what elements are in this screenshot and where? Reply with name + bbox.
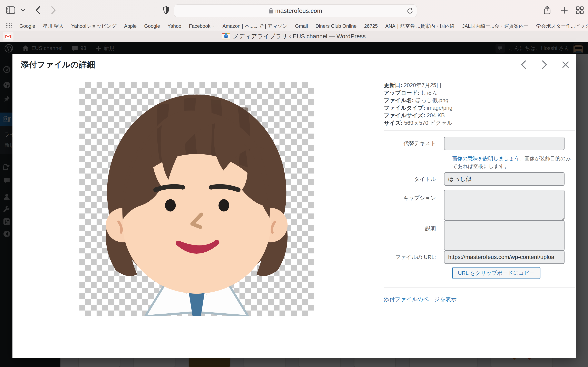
- address-bar[interactable]: masterofeus.com: [174, 4, 417, 17]
- bookmark-item[interactable]: Google: [144, 23, 160, 29]
- attachment-info-panel: 更新日: 2020年7月25日 アップロード: しゅん ファイル名: ほっし似.…: [384, 75, 576, 358]
- cartoon-face-illustration: [79, 82, 314, 316]
- close-modal-button[interactable]: [555, 54, 576, 75]
- browser-chrome: masterofeus.com Google 星川 聖人 Yahoo!ショッピン…: [0, 0, 588, 42]
- svg-text:EUS: EUS: [225, 35, 228, 36]
- browser-toolbar: masterofeus.com: [0, 0, 588, 21]
- active-tab[interactable]: EUS メディアライブラリ ‹ EUS channel — WordPress: [222, 33, 366, 41]
- bookmark-item[interactable]: Gmail: [295, 23, 308, 29]
- lock-icon: [269, 8, 273, 14]
- description-label: 説明: [384, 220, 444, 251]
- bookmark-item[interactable]: 26725: [364, 23, 378, 29]
- bookmarks-bar: Google 星川 聖人 Yahoo!ショッピング Apple Google Y…: [0, 21, 588, 31]
- description-row: 説明: [384, 220, 564, 251]
- meta-filename: ファイル名: ほっし似.png: [384, 97, 452, 104]
- title-label: タイトル: [384, 172, 444, 186]
- gmail-icon: [5, 34, 11, 39]
- meta-dimensions: サイズ: 569 x 570 ピクセル: [384, 119, 452, 127]
- modal-title: 添付ファイルの詳細: [21, 54, 95, 75]
- divider: [384, 131, 575, 131]
- file-url-input[interactable]: [444, 250, 564, 264]
- meta-filetype: ファイルタイプ: image/png: [384, 104, 452, 112]
- bookmark-item[interactable]: 星川 聖人: [43, 23, 64, 29]
- alt-text-help: 画像の意味を説明しましょう。画像が装飾目的のみであれば空欄にします。: [452, 155, 575, 170]
- bookmark-folder-facebook[interactable]: Facebook⌄: [189, 23, 215, 29]
- bookmark-item[interactable]: Yahoo!ショッピング: [71, 23, 117, 29]
- tab-title: メディアライブラリ ‹ EUS channel — WordPress: [233, 33, 366, 41]
- alt-text-row: 代替テキスト: [384, 137, 564, 150]
- bookmark-item[interactable]: Diners Club Online: [315, 23, 356, 29]
- bookmark-item[interactable]: Google: [19, 23, 35, 29]
- caption-textarea[interactable]: [444, 190, 564, 220]
- bookmark-item[interactable]: Apple: [124, 23, 137, 29]
- view-attachment-page-link[interactable]: 添付ファイルのページを表示: [384, 296, 457, 303]
- caption-label: キャプション: [384, 190, 444, 220]
- meta-filesize: ファイルサイズ: 204 KB: [384, 112, 452, 119]
- url-text: masterofeus.com: [275, 7, 322, 14]
- caption-row: キャプション: [384, 190, 564, 220]
- privacy-shield-icon[interactable]: [160, 4, 172, 16]
- description-textarea[interactable]: [444, 220, 564, 251]
- next-attachment-button[interactable]: [534, 54, 555, 75]
- site-favicon: EUS: [222, 33, 230, 40]
- alt-text-label: 代替テキスト: [384, 137, 444, 150]
- reload-icon[interactable]: [407, 8, 413, 16]
- bookmark-item[interactable]: 学会ポスター作...ビッグネット: [536, 23, 588, 29]
- file-url-label: ファイルの URL:: [384, 250, 444, 264]
- title-input[interactable]: [444, 172, 564, 186]
- file-url-row: ファイルの URL:: [384, 250, 564, 264]
- meta-uploaded-by: アップロード: しゅん: [384, 89, 452, 97]
- bookmark-item[interactable]: ANA｜航空券 ...賃案内・国内線: [385, 23, 455, 29]
- new-tab-icon[interactable]: [559, 4, 570, 16]
- alt-help-link[interactable]: 画像の意味を説明しましょう: [452, 156, 519, 161]
- share-icon[interactable]: [541, 4, 553, 16]
- bookmark-item[interactable]: JAL国内線ー...会・運賃案内ー: [462, 23, 528, 29]
- sidebar-toggle-icon[interactable]: [5, 4, 16, 16]
- pinned-tab-gmail[interactable]: [3, 32, 13, 41]
- sidebar-chevron-icon[interactable]: [17, 4, 29, 16]
- meta-updated: 更新日: 2020年7月25日: [384, 82, 452, 89]
- alt-text-input[interactable]: [444, 137, 564, 150]
- chevron-down-icon: ⌄: [212, 24, 215, 28]
- forward-button[interactable]: [48, 4, 59, 16]
- copy-url-button[interactable]: URL をクリップボードにコピー: [452, 267, 540, 279]
- attachment-preview-image: [79, 82, 314, 316]
- back-button[interactable]: [32, 4, 44, 16]
- tab-overview-icon[interactable]: [574, 4, 586, 16]
- divider: [384, 287, 575, 287]
- tab-bar: EUS メディアライブラリ ‹ EUS channel — WordPress: [0, 31, 588, 42]
- bookmark-item[interactable]: Yahoo: [168, 23, 182, 29]
- attachment-details-modal: 添付ファイルの詳細: [12, 54, 576, 358]
- previous-attachment-button[interactable]: [513, 54, 534, 75]
- title-row: タイトル: [384, 172, 564, 186]
- modal-header: 添付ファイルの詳細: [12, 54, 576, 75]
- attachment-metadata: 更新日: 2020年7月25日 アップロード: しゅん ファイル名: ほっし似.…: [384, 82, 452, 127]
- bookmark-item[interactable]: Amazon | 本...まで | アマゾン: [223, 23, 288, 29]
- bookmarks-grid-icon[interactable]: [6, 23, 12, 29]
